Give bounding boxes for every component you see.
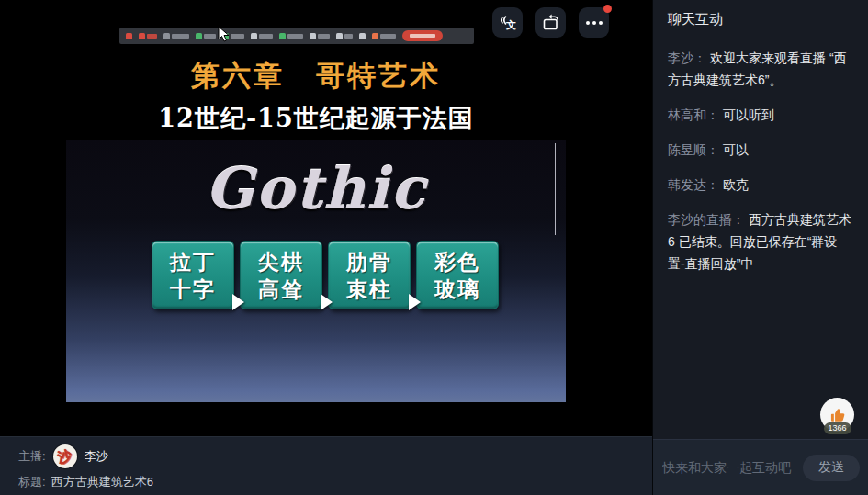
slide-chapter-title: 第六章 哥特艺术 [66,57,566,96]
gothic-banner: Gothic [66,140,566,237]
chat-panel-title: 聊天互动 [653,0,868,28]
chat-message: 陈昱顺：可以 [668,139,853,161]
flow-box-stained-glass: 彩色 玻璃 [416,241,499,309]
toolbar-recording-indicator [126,33,132,39]
flow-arrow-icon [232,294,244,310]
chat-input-bar: 发送 [653,439,868,495]
chat-input[interactable] [662,460,797,475]
rotate-screen-button[interactable] [535,7,566,38]
gothic-word: Gothic [205,155,426,222]
image-edge-line [555,143,556,235]
chat-message: 李沙：欢迎大家来观看直播 “西方古典建筑艺术6”。 [668,47,853,91]
like-button[interactable]: 1366 [820,398,854,432]
host-avatar: 沙 [53,444,77,468]
stream-title: 西方古典建筑艺术6 [51,474,153,490]
toolbar-share-screen [279,33,303,39]
rotate-screen-icon [541,13,561,33]
toolbar-timer-text [163,33,189,39]
chat-panel: 聊天互动 李沙：欢迎大家来观看直播 “西方古典建筑艺术6”。 林高和：可以听到 … [652,0,868,495]
stream-info-bar: 主播: 沙 李沙 标题: 西方古典建筑艺术6 [0,436,652,495]
video-floating-controls: 文 [492,7,609,38]
chat-message: 林高和：可以听到 [668,104,853,126]
chat-message: 韩发达：欧克 [668,174,853,196]
chat-message-list: 李沙：欢迎大家来观看直播 “西方古典建筑艺术6”。 林高和：可以听到 陈昱顺：可… [653,28,868,275]
svg-text:文: 文 [505,19,516,31]
ellipsis-icon [586,21,603,25]
more-options-button[interactable] [579,7,609,38]
toolbar-members [310,33,330,39]
send-button[interactable]: 发送 [803,455,860,481]
notification-dot [603,5,612,13]
toolbar-camera [251,33,273,39]
flow-arrow-icon [409,294,421,310]
toolbar-exit-button-pill [402,30,443,41]
flow-box-rib-columns: 肋骨 束柱 [328,241,411,309]
toolbar-docs [372,33,396,39]
slide-heading: 第六章 哥特艺术 12世纪-15世纪起源于法国 [66,57,566,135]
stream-title-label: 标题: [18,474,46,490]
host-name: 李沙 [85,448,108,465]
translate-captions-button[interactable]: 文 [492,7,523,38]
flow-box-pointed-arch: 尖栱 高耸 [240,241,322,309]
toolbar-chat [336,33,353,39]
video-player[interactable]: 第六章 哥特艺术 12世纪-15世纪起源于法国 Gothic 拉丁 十字 尖栱 … [0,0,652,436]
flow-box-latin-cross: 拉丁 十字 [152,241,234,309]
like-count-badge: 1366 [823,422,851,434]
slide-subtitle: 12世纪-15世纪起源于法国 [66,102,566,135]
slide-image: Gothic 拉丁 十字 尖栱 高耸 肋骨 束柱 彩色 玻璃 [66,140,566,402]
mouse-cursor-icon [218,26,230,43]
host-row: 主播: 沙 李沙 [18,444,108,468]
toolbar-more-dots [359,33,366,39]
chat-system-message: 李沙的直播：西方古典建筑艺术6 已结束。回放已保存在“群设置-直播回放”中 [668,208,853,275]
seal-stamp-icon: 沙 [56,446,73,467]
meeting-toolbar [119,28,474,44]
toolbar-encrypted-shield [196,33,216,39]
flow-boxes: 拉丁 十字 尖栱 高耸 肋骨 束柱 彩色 玻璃 [152,241,499,309]
flow-arrow-icon [321,294,333,310]
host-label: 主播: [18,448,46,465]
translate-voice-icon: 文 [498,13,518,33]
live-stream-window: 第六章 哥特艺术 12世纪-15世纪起源于法国 Gothic 拉丁 十字 尖栱 … [0,0,868,495]
title-row: 标题: 西方古典建筑艺术6 [18,474,153,490]
toolbar-recording-text [139,33,157,39]
